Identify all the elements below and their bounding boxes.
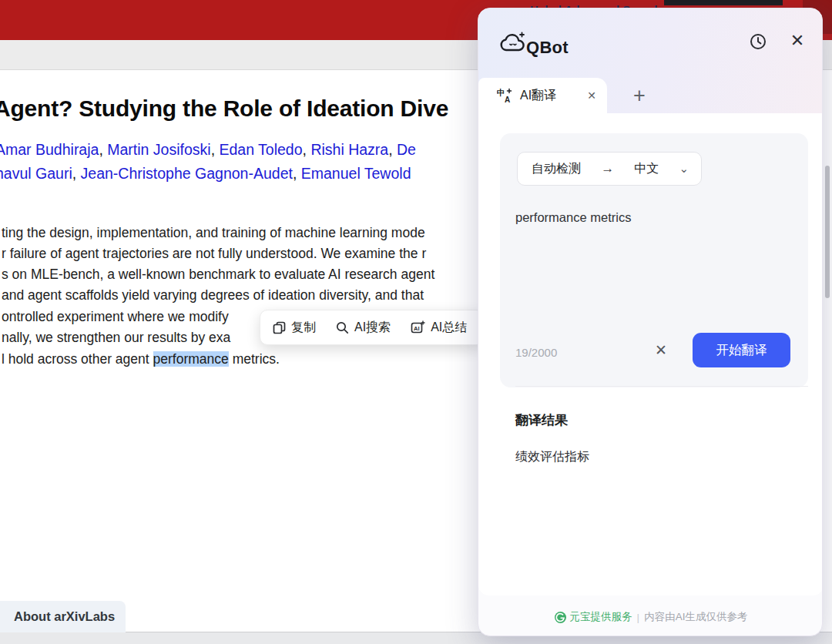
abstract-line: and agent scaffolds yield varying degree… xyxy=(2,287,424,304)
abstract-line: s on MLE-bench, a well-known benchmark t… xyxy=(2,267,434,283)
source-language: 自动检测 xyxy=(532,161,581,177)
new-tab-button[interactable]: + xyxy=(628,82,651,109)
history-clock-icon[interactable] xyxy=(748,32,768,52)
svg-text:A: A xyxy=(505,96,510,103)
abstract-line: l hold across other agent performance me… xyxy=(2,351,280,367)
result-heading: 翻译结果 xyxy=(515,411,568,429)
qbot-title: QBot xyxy=(526,38,569,58)
chevron-down-icon: ⌄ xyxy=(679,166,689,172)
section-divider xyxy=(515,386,808,387)
close-icon[interactable]: ✕ xyxy=(787,30,808,52)
author-link[interactable]: Emanuel Tewold xyxy=(301,165,411,182)
qbot-footer: 元宝提供服务 | 内容由AI生成仅供参考 xyxy=(478,610,823,624)
ai-search-menu-item[interactable]: AI搜索 xyxy=(336,320,391,336)
char-count: 19/2000 xyxy=(515,346,557,359)
translate-source-input[interactable]: performance metrics xyxy=(515,210,793,225)
author-link[interactable]: Amar Budhiraja xyxy=(0,141,99,158)
scrollbar-thumb[interactable] xyxy=(825,166,830,298)
arrow-right-icon: → xyxy=(601,161,614,176)
search-icon xyxy=(336,321,349,334)
ai-disclaimer: 内容由AI生成仅供参考 xyxy=(644,610,747,624)
tab-label: AI翻译 xyxy=(520,88,556,104)
target-language: 中文 xyxy=(634,161,659,177)
author-link[interactable]: Rishi Hazra xyxy=(310,141,388,158)
qbot-panel: QBot ✕ 中 A AI翻译 ✕ + 自动检测 → 中文 ⌄ perf xyxy=(478,8,823,636)
translate-icon: 中 A xyxy=(497,88,513,103)
svg-text:中: 中 xyxy=(497,88,505,97)
qbot-logo-icon xyxy=(498,32,526,55)
yuanbao-logo-icon xyxy=(555,612,566,623)
author-link[interactable]: Jean-Christophe Gagnon-Audet xyxy=(81,165,293,182)
author-link[interactable]: Martin Josifoski xyxy=(107,141,210,158)
selected-text[interactable]: performance xyxy=(153,351,229,367)
arxiv-search-input-clipped[interactable] xyxy=(664,0,783,5)
abstract-line: r failure of agent trajectories are not … xyxy=(2,246,426,262)
author-link[interactable]: havul Gauri xyxy=(0,165,72,182)
tab-ai-translate[interactable]: 中 A AI翻译 ✕ xyxy=(478,78,607,113)
paper-title: Agent? Studying the Role of Ideation Div… xyxy=(0,96,533,122)
svg-text:AI: AI xyxy=(414,325,420,332)
screen: Help | Advanced Search Agent? Studying t… xyxy=(0,0,832,644)
selection-context-menu: 复制 AI搜索 AI AI总结 xyxy=(260,310,485,345)
author-link[interactable]: Edan Toledo xyxy=(219,141,302,158)
abstract-line: ontrolled experiment where we modify xyxy=(2,309,229,325)
authors-line-2: havul Gauri, Jean-Christophe Gagnon-Aude… xyxy=(0,165,411,183)
abstract-line: ting the design, implementation, and tra… xyxy=(2,225,425,241)
copy-menu-item[interactable]: 复制 xyxy=(273,320,316,336)
provider-label[interactable]: 元宝提供服务 xyxy=(555,610,632,624)
copy-icon xyxy=(273,321,286,334)
authors-line-1: Amar Budhiraja, Martin Josifoski, Edan T… xyxy=(0,141,416,159)
tab-close-icon[interactable]: ✕ xyxy=(587,89,596,102)
ai-summary-menu-item[interactable]: AI AI总结 xyxy=(411,320,467,336)
clear-input-icon[interactable]: ✕ xyxy=(651,340,671,360)
start-translate-button[interactable]: 开始翻译 xyxy=(693,333,790,367)
author-link[interactable]: De xyxy=(397,141,416,158)
abstract-line: nally, we strengthen our results by exa xyxy=(2,330,230,346)
language-selector[interactable]: 自动检测 → 中文 ⌄ xyxy=(517,152,702,186)
result-text: 绩效评估指标 xyxy=(515,449,589,465)
ai-summary-icon: AI xyxy=(411,320,425,334)
about-arxivlabs-button[interactable]: About arXivLabs xyxy=(0,601,126,632)
